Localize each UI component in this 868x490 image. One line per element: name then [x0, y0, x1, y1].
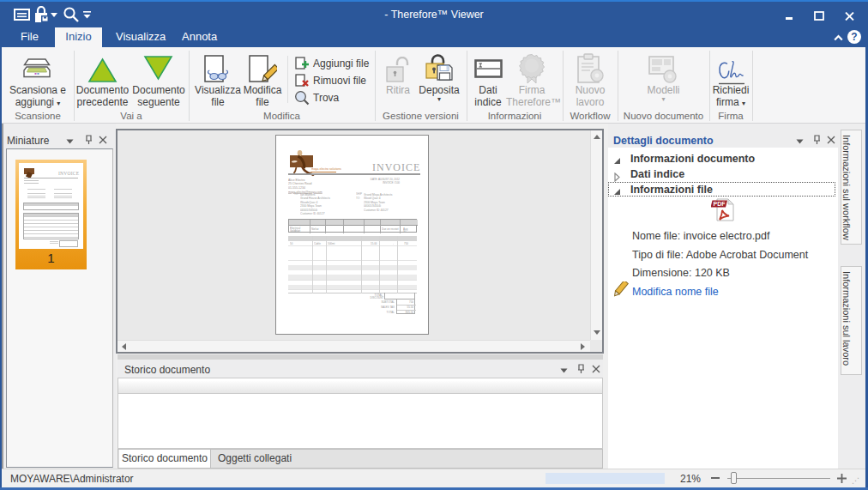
svg-text:PDF: PDF — [714, 201, 726, 207]
